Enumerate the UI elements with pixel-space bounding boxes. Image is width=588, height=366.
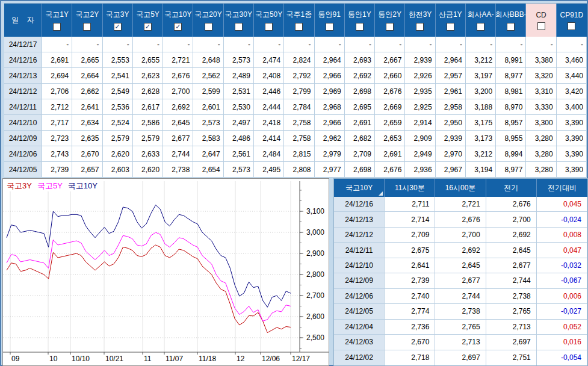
row-date: 24/12/13: [4, 68, 42, 84]
y-tick-label: 2,700: [306, 291, 324, 300]
cell-value: 3,212: [466, 146, 496, 162]
intraday-row[interactable]: 24/12/132,7142,6762,700-0,024: [334, 212, 587, 227]
cell-value: 2,738: [163, 162, 193, 178]
column-checkbox-9[interactable]: [295, 23, 303, 31]
cell-1600: 2,713: [435, 335, 486, 350]
cell-change: 0,008: [537, 228, 587, 243]
cell-change: 0,052: [537, 320, 587, 335]
cell-value: 2,964: [436, 52, 466, 68]
column-checkbox-7[interactable]: [235, 23, 243, 31]
column-checkbox-17[interactable]: [537, 22, 545, 30]
column-checkbox-3[interactable]: ✓: [114, 23, 122, 31]
column-checkbox-4[interactable]: ✓: [144, 23, 152, 31]
cell-value: 2,573: [224, 162, 254, 178]
cell-1600: 2,697: [435, 350, 486, 365]
intraday-row[interactable]: 24/12/052,7742,7382,765-0,027: [334, 304, 587, 319]
right-header-instrument[interactable]: 국고10Y: [334, 179, 385, 197]
cell-value: -: [496, 37, 526, 52]
intraday-row[interactable]: 24/12/062,7402,7442,7380,006: [334, 289, 587, 304]
row-date: 24/12/04: [334, 320, 385, 335]
column-checkbox-12[interactable]: [386, 23, 394, 31]
cell-value: 2,541: [103, 68, 133, 84]
cell-value: 2,758: [284, 115, 314, 131]
right-header-1130[interactable]: 11시30분: [385, 179, 435, 197]
cell-value: 3,300: [526, 115, 556, 131]
column-checkbox-1[interactable]: [53, 23, 61, 31]
intraday-row[interactable]: 24/12/022,7182,6972,751-0,054: [334, 350, 587, 365]
intraday-row[interactable]: 24/12/102,6412,6452,677-0,032: [334, 258, 587, 273]
column-checkbox-10[interactable]: [326, 23, 333, 31]
column-checkbox-11[interactable]: [356, 23, 364, 31]
table-row[interactable]: 24/12/052,7392,6572,6032,6202,7382,6542,…: [4, 162, 587, 178]
bond-yield-window: 일 자 국고1Y국고2Y국고3Y✓국고5Y✓국고10Y✓국고20Y국고30Y국고…: [0, 0, 588, 366]
cell-value: 2,979: [315, 146, 345, 162]
column-header-2: 국고2Y: [72, 4, 102, 37]
table-row[interactable]: 24/12/112,7122,6412,5362,6172,6922,6012,…: [4, 99, 587, 115]
column-checkbox-6[interactable]: [205, 23, 212, 31]
cell-value: 2,691: [42, 52, 72, 68]
cell-value: 2,634: [72, 115, 102, 131]
cell-value: -: [193, 37, 223, 52]
right-header-prev[interactable]: 전기: [486, 179, 537, 197]
table-row[interactable]: 24/12/102,7172,6342,5242,5862,6452,5732,…: [4, 115, 587, 131]
column-header-8: 국고50Y: [254, 4, 284, 37]
cell-value: 3,310: [526, 84, 556, 99]
cell-value: 3,175: [466, 115, 496, 131]
right-header-1130-label: 11시30분: [395, 183, 425, 193]
intraday-row[interactable]: 24/12/032,6702,7132,6970,016: [334, 335, 587, 350]
column-header-3: 국고3Y✓: [103, 4, 133, 37]
cell-prev: 2,765: [486, 304, 537, 319]
cell-value: -: [466, 37, 496, 52]
intraday-row[interactable]: 24/12/042,7362,7652,7130,052: [334, 320, 587, 335]
cell-prev: 2,645: [486, 243, 537, 258]
column-checkbox-16[interactable]: [507, 23, 515, 31]
cell-value: 2,561: [224, 146, 254, 162]
cell-prev: 2,676: [486, 197, 537, 212]
cell-value: 2,676: [163, 68, 193, 84]
right-header-1600[interactable]: 16시00분: [435, 179, 486, 197]
cell-prev: 2,677: [486, 258, 537, 273]
table-row[interactable]: 24/12/122,7062,6622,5492,6282,7002,5992,…: [4, 84, 587, 99]
table-row[interactable]: 24/12/092,7232,6352,5792,5792,6772,5832,…: [4, 131, 587, 146]
cell-value: -: [526, 37, 556, 52]
cell-value: 2,970: [436, 146, 466, 162]
row-date: 24/12/05: [334, 304, 385, 319]
column-checkbox-5[interactable]: ✓: [174, 23, 182, 31]
intraday-row[interactable]: 24/12/092,7392,6772,744-0,067: [334, 273, 587, 288]
cell-prev: 2,751: [486, 350, 537, 365]
x-tick-label: 10: [49, 355, 58, 363]
table-row[interactable]: 24/12/17------------------: [4, 37, 587, 52]
table-row[interactable]: 24/12/162,6912,6652,5532,6552,7212,6482,…: [4, 52, 587, 68]
column-checkbox-13[interactable]: [416, 23, 424, 31]
row-date: 24/12/06: [4, 146, 42, 162]
column-checkbox-2[interactable]: [83, 23, 91, 31]
intraday-row[interactable]: 24/12/162,7112,7212,6760,045: [334, 197, 587, 212]
table-row[interactable]: 24/12/132,6942,6642,5412,6232,6762,5622,…: [4, 68, 587, 84]
cell-prev: 2,700: [486, 212, 537, 227]
cell-value: 2,743: [42, 146, 72, 162]
column-checkbox-8[interactable]: [265, 23, 273, 31]
cell-value: 2,586: [133, 115, 163, 131]
sort-indicator-icon: [379, 191, 383, 196]
column-checkbox-14[interactable]: [447, 23, 454, 31]
intraday-row[interactable]: 24/12/112,6752,6922,6450,047: [334, 243, 587, 258]
cell-value: 2,603: [103, 162, 133, 178]
column-checkbox-15[interactable]: [477, 23, 484, 31]
cell-value: 2,623: [133, 68, 163, 84]
cell-prev: 2,697: [486, 335, 537, 350]
yield-chart-panel: 국고3Y국고5Y국고10Y 091010/1010/211111/0711/18…: [2, 178, 329, 366]
right-header-instrument-label: 국고10Y: [345, 183, 373, 193]
column-checkbox-18[interactable]: [568, 22, 575, 30]
cell-value: 3,390: [557, 131, 587, 146]
right-header-change[interactable]: 전기대비: [537, 179, 587, 197]
column-label: 국고50Y: [255, 10, 282, 20]
cell-value: 2,950: [436, 115, 466, 131]
table-row[interactable]: 24/12/062,7432,6702,6202,6332,7442,6472,…: [4, 146, 587, 162]
cell-value: 3,380: [526, 52, 556, 68]
cell-value: 2,599: [193, 84, 223, 99]
cell-1600: 2,765: [435, 320, 486, 335]
y-tick-label: 3,000: [306, 228, 324, 237]
intraday-row[interactable]: 24/12/122,7092,7002,6920,008: [334, 228, 587, 243]
cell-1130: 2,714: [385, 212, 435, 227]
cell-value: 2,579: [103, 131, 133, 146]
